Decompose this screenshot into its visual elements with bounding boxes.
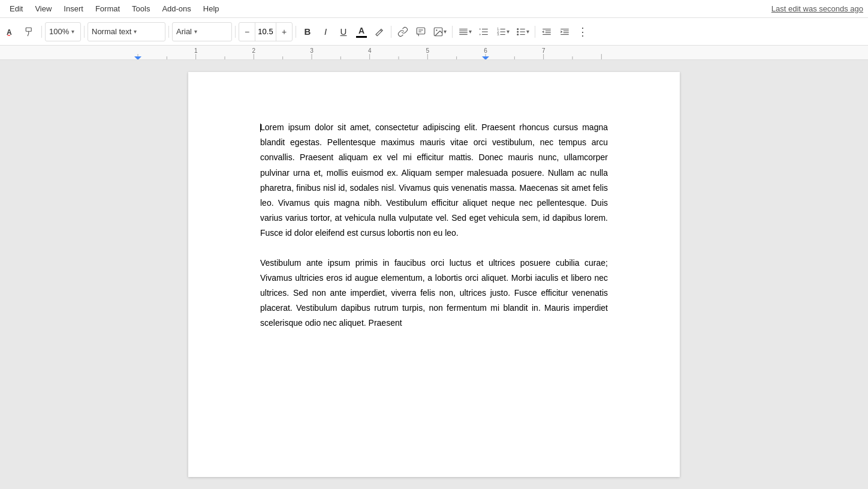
font-size-decrease-button[interactable]: − [239,23,255,41]
paragraph-2[interactable]: Vestibulum ante ipsum primis in faucibus… [260,256,608,331]
image-chevron-icon: ▾ [444,28,447,35]
insert-link-button[interactable] [394,22,411,41]
font-select[interactable]: Arial ▾ [172,22,232,41]
menu-edit[interactable]: Edit [5,2,28,16]
decrease-indent-icon [541,26,552,37]
align-icon [458,26,469,37]
paint-format-icon [25,26,35,37]
decrease-indent-button[interactable] [538,22,555,41]
increase-indent-icon [559,26,570,37]
svg-point-6 [436,29,437,31]
divider-4 [235,26,236,38]
menu-view[interactable]: View [30,2,56,16]
ruler-canvas [0,46,868,60]
numbered-list-icon: 1. 2. 3. [496,26,507,37]
last-edit-status[interactable]: Last edit was seconds ago [771,4,863,13]
zoom-value: 100% [49,27,69,36]
numbered-list-chevron-icon: ▾ [507,28,510,35]
insert-image-button[interactable]: ▾ [430,22,449,41]
divider-2 [84,26,85,38]
divider-8 [535,26,535,38]
menu-addons[interactable]: Add-ons [157,2,195,16]
zoom-select[interactable]: 100% ▾ [45,22,81,41]
document-area[interactable]: Lorem ipsum dolor sit amet, consectetur … [0,60,868,489]
font-size-control: − + [239,22,293,41]
style-value: Normal text [92,27,131,36]
spelling-check-button[interactable]: A [4,22,20,41]
document-page[interactable]: Lorem ipsum dolor sit amet, consectetur … [188,72,680,477]
menu-insert[interactable]: Insert [59,2,88,16]
numbered-list-button[interactable]: 1. 2. 3. ▾ [493,22,512,41]
increase-indent-button[interactable] [556,22,573,41]
link-icon [397,26,408,37]
text-color-icon: A [356,26,367,38]
font-size-input[interactable] [255,23,276,41]
font-value: Arial [176,27,192,36]
spelling-icon: A [7,26,17,37]
ruler [0,46,868,60]
font-chevron-icon: ▾ [194,28,197,35]
font-size-increase-button[interactable]: + [276,23,292,41]
style-chevron-icon: ▾ [134,28,137,35]
bold-button[interactable]: B [299,22,316,41]
highlight-color-button[interactable] [371,22,388,41]
divider-6 [391,26,391,38]
text-color-button[interactable]: A [353,22,370,41]
line-spacing-button[interactable] [475,22,492,41]
svg-text:3.: 3. [497,32,499,36]
more-options-button[interactable]: ⋮ [574,22,591,41]
svg-point-24 [517,31,519,32]
menu-bar: Edit View Insert Format Tools Add-ons He… [0,0,868,18]
italic-button[interactable]: I [317,22,334,41]
svg-text:A: A [7,28,12,36]
comment-icon [415,26,426,37]
bullet-list-icon [516,26,526,37]
bullet-list-button[interactable]: ▾ [513,22,532,41]
bullet-list-chevron-icon: ▾ [526,28,529,35]
line-spacing-icon [478,26,489,37]
svg-point-25 [517,34,519,35]
zoom-chevron-icon: ▾ [71,28,74,35]
divider-7 [452,26,453,38]
menu-tools[interactable]: Tools [127,2,155,16]
toolbar: A 100% ▾ Normal text ▾ Arial ▾ − + B I U [0,18,868,46]
svg-point-23 [517,28,519,30]
svg-rect-1 [26,28,31,31]
paint-format-button[interactable] [22,22,38,41]
divider-5 [296,26,296,38]
image-icon [433,26,444,37]
align-button[interactable]: ▾ [456,22,474,41]
style-select[interactable]: Normal text ▾ [88,22,165,41]
svg-rect-2 [417,28,425,34]
divider-3 [168,26,169,38]
menu-help[interactable]: Help [198,2,224,16]
underline-button[interactable]: U [335,22,352,41]
align-chevron-icon: ▾ [469,28,472,35]
paragraph-1[interactable]: Lorem ipsum dolor sit amet, consectetur … [260,120,608,241]
highlight-icon [374,26,385,37]
insert-comment-button[interactable] [412,22,429,41]
menu-format[interactable]: Format [91,2,125,16]
divider-1 [41,26,42,38]
